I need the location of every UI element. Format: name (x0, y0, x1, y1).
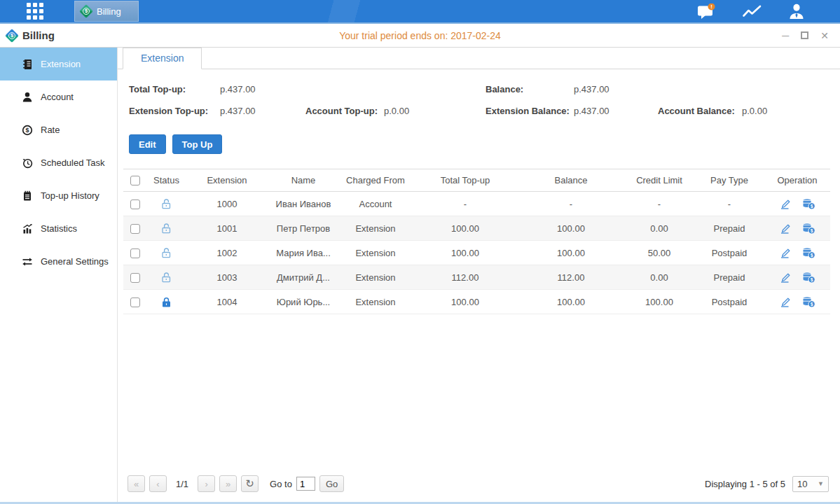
close-icon[interactable]: ✕ (820, 31, 829, 41)
maximize-icon[interactable] (801, 31, 808, 39)
edit-icon[interactable] (779, 296, 792, 308)
goto-page-input[interactable] (296, 477, 315, 491)
account-balance-value: p.0.00 (742, 106, 767, 116)
window-header: $ Billing Your trial period ends on: 201… (0, 24, 840, 48)
row-checkbox[interactable] (130, 224, 140, 234)
app-launcher-icon[interactable] (27, 3, 43, 20)
first-page-button[interactable]: « (128, 475, 145, 492)
sidebar-item-extension[interactable]: Extension (0, 48, 117, 80)
table-header-row: Status Extension Name Charged From Total… (123, 169, 830, 192)
top-up-icon[interactable]: $ (801, 247, 815, 259)
edit-button[interactable]: Edit (129, 134, 166, 154)
last-page-button[interactable]: » (219, 475, 237, 492)
sidebar-item-general-settings[interactable]: General Settings (0, 245, 117, 278)
top-up-icon[interactable]: $ (801, 296, 815, 308)
edit-icon[interactable] (779, 247, 792, 259)
sidebar-item-statistics[interactable]: Statistics (0, 212, 117, 245)
balance-label: Balance: (486, 84, 523, 94)
taskbar-tab-billing[interactable]: $ Billing (74, 1, 139, 22)
row-checkbox[interactable] (130, 200, 140, 209)
top-up-icon[interactable]: $ (801, 272, 815, 284)
table-row[interactable]: 1002Мария Ива...Extension100.00100.0050.… (123, 241, 830, 265)
select-all-checkbox[interactable] (130, 176, 140, 186)
main-panel: Extension Total Top-up: p.437.00 Balance… (118, 48, 840, 503)
balance-cell: 100.00 (518, 290, 624, 314)
unlocked-icon[interactable] (160, 197, 172, 208)
edit-icon[interactable] (779, 198, 792, 210)
charged-from-cell: Extension (338, 241, 413, 265)
table-row[interactable]: 1001Петр ПетровExtension100.00100.000.00… (123, 216, 830, 241)
balance-cell: 100.00 (518, 216, 624, 241)
table-row[interactable]: 1003Дмитрий Д...Extension112.00112.000.0… (123, 265, 830, 290)
sidebar: Extension Account $ Rate Scheduled Task … (0, 48, 118, 503)
col-pay-type: Pay Type (694, 169, 764, 192)
displaying-info: Displaying 1 - 5 of 5 (705, 479, 785, 489)
page-size-select[interactable]: 10 ▼ (792, 476, 829, 492)
notifications-icon[interactable]: ! (696, 4, 716, 20)
unlocked-icon[interactable] (160, 246, 172, 257)
table-row[interactable]: 1004Юрий Юрь...Extension100.00100.00100.… (123, 290, 830, 314)
total-top-up-cell: - (413, 192, 518, 216)
chevron-down-icon: ▼ (818, 480, 824, 487)
table-row[interactable]: 1000Иван ИвановAccount----$ (123, 192, 830, 216)
account-top-up-label: Account Top-up: (305, 106, 378, 116)
sidebar-item-label: Extension (41, 59, 81, 69)
total-top-up-value: p.437.00 (220, 84, 256, 94)
charged-from-cell: Extension (338, 265, 413, 290)
extension-cell: 1001 (186, 216, 268, 241)
tab-extension[interactable]: Extension (123, 48, 202, 69)
pay-type-cell: Postpaid (694, 290, 764, 314)
resource-monitor-icon[interactable] (742, 4, 762, 18)
name-cell: Дмитрий Д... (268, 265, 338, 290)
top-up-icon[interactable]: $ (801, 223, 815, 234)
edit-icon[interactable] (779, 223, 792, 234)
svg-text:$: $ (25, 127, 29, 134)
prev-page-button[interactable]: ‹ (149, 475, 167, 492)
extension-top-up-value: p.437.00 (220, 106, 256, 116)
svg-text:$: $ (811, 203, 813, 209)
sidebar-item-label: Rate (41, 125, 60, 135)
extension-cell: 1002 (186, 241, 268, 265)
charged-from-cell: Extension (338, 290, 413, 314)
locked-icon[interactable] (160, 295, 172, 306)
pay-type-cell: Prepaid (694, 216, 764, 241)
account-balance-label: Account Balance: (658, 106, 735, 116)
extension-table-wrap: Status Extension Name Charged From Total… (123, 169, 830, 314)
minimize-icon[interactable]: ─ (782, 31, 789, 41)
credit-limit-cell: 0.00 (624, 216, 694, 241)
extension-cell: 1003 (186, 265, 268, 290)
next-page-button[interactable]: › (198, 475, 215, 492)
col-charged-from: Charged From (338, 169, 413, 192)
ledger-icon (22, 59, 33, 70)
go-button[interactable]: Go (319, 475, 344, 492)
top-up-icon[interactable]: $ (801, 198, 815, 210)
charged-from-cell: Extension (338, 216, 413, 241)
refresh-icon[interactable]: ↻ (241, 475, 259, 492)
unlocked-icon[interactable] (160, 271, 172, 281)
col-name: Name (268, 169, 338, 192)
credit-limit-cell: 100.00 (624, 290, 694, 314)
row-checkbox[interactable] (130, 248, 140, 258)
unlocked-icon[interactable] (160, 222, 172, 232)
sidebar-item-label: Statistics (41, 223, 77, 234)
user-account-icon[interactable] (788, 4, 805, 20)
sidebar-item-top-up-history[interactable]: Top-up History (0, 179, 117, 212)
sidebar-item-account[interactable]: Account (0, 80, 117, 113)
name-cell: Петр Петров (268, 216, 338, 241)
goto-label: Go to (270, 479, 292, 489)
credit-limit-cell: 0.00 (624, 265, 694, 290)
col-balance: Balance (518, 169, 624, 192)
top-up-button[interactable]: Top Up (172, 134, 223, 154)
col-operation: Operation (764, 169, 830, 192)
row-checkbox[interactable] (130, 298, 140, 307)
tab-strip: Extension (118, 48, 840, 69)
edit-icon[interactable] (779, 272, 792, 284)
row-checkbox[interactable] (130, 273, 140, 283)
stats-icon (22, 223, 33, 234)
col-total-top-up: Total Top-up (413, 169, 518, 192)
billing-app-icon: $ (5, 29, 19, 43)
pay-type-cell: - (694, 192, 764, 216)
sidebar-item-rate[interactable]: $ Rate (0, 113, 117, 146)
sidebar-item-scheduled-task[interactable]: Scheduled Task (0, 146, 117, 179)
extension-cell: 1000 (186, 192, 268, 216)
